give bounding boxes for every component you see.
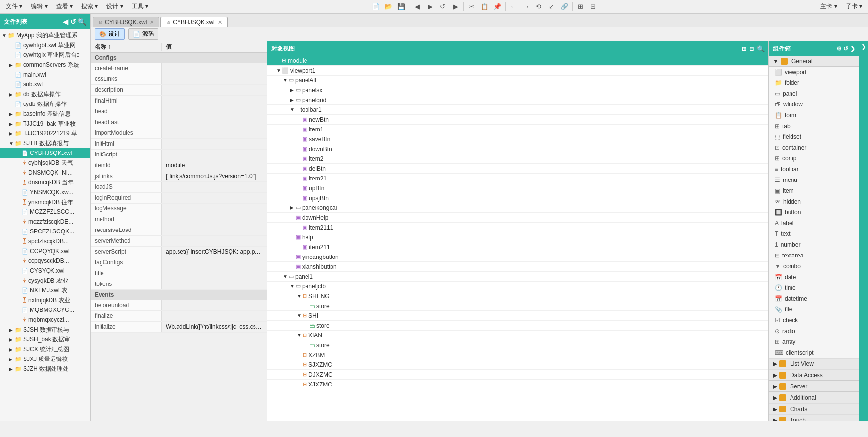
right-item-window[interactable]: 🗗 window: [769, 99, 859, 110]
tree-item-nxtmj[interactable]: 📄 NXTMJ.xwl 农: [0, 285, 90, 295]
right-item-fieldset[interactable]: ⬚ fieldset: [769, 131, 859, 142]
obj-row-store-shi[interactable]: 🗃 store: [267, 321, 768, 331]
right-item-item[interactable]: ▣ item: [769, 185, 859, 196]
tree-item-sub[interactable]: 📄 sub.xwl: [0, 79, 90, 89]
toolbar-arrow-left[interactable]: ←: [508, 1, 519, 13]
right-item-date[interactable]: 📅 date: [769, 272, 859, 283]
toolbar-rotate[interactable]: ⟲: [533, 1, 545, 13]
obj-row-panelsx[interactable]: ▶ ▭ panelsx: [267, 85, 768, 95]
tree-item-nxtmjqkdb[interactable]: 🗄 nxtmjqkDB 农业: [0, 295, 90, 305]
menu-search[interactable]: 搜索 ▾: [77, 1, 102, 12]
menu-file[interactable]: 文件 ▾: [2, 1, 26, 12]
right-item-viewport[interactable]: ⬜ viewport: [769, 67, 859, 77]
toolbar-save[interactable]: 💾: [395, 1, 407, 13]
design-btn[interactable]: 🎨 设计: [95, 28, 125, 40]
props-row-description[interactable]: description: [91, 85, 267, 96]
right-panel-refresh-btn[interactable]: ↺: [843, 45, 848, 52]
props-row-head[interactable]: head: [91, 106, 267, 117]
toolbar-arrow-right[interactable]: →: [520, 1, 532, 13]
obj-row-panel1[interactable]: ▼ ▭ panel1: [267, 272, 768, 282]
props-row-title[interactable]: title: [91, 268, 267, 279]
tree-item-cywhtglx[interactable]: 📄 cywhtglx 草业网后台c: [0, 50, 90, 60]
sidebar-search-btn[interactable]: 🔍: [78, 18, 86, 26]
right-section-charts-header[interactable]: ▶ Charts: [769, 404, 859, 414]
props-row-loginrequired[interactable]: loginRequired: [91, 193, 267, 204]
tree-item-sjsh[interactable]: ▶ 📁 SJSH 数据审核与: [0, 325, 90, 334]
obj-row-item211[interactable]: ▣ item211: [267, 242, 768, 252]
props-row-method[interactable]: method: [91, 214, 267, 225]
toolbar-run[interactable]: ▶: [450, 1, 461, 13]
obj-row-help[interactable]: ▣ help: [267, 232, 768, 242]
right-item-combo[interactable]: ▼ combo: [769, 261, 859, 272]
right-panel-config-btn[interactable]: ⚙: [836, 45, 842, 52]
toolbar-cut[interactable]: ✂: [466, 1, 478, 13]
toolbar-paste[interactable]: 📌: [491, 1, 503, 13]
obj-row-delbtn[interactable]: ▣ delBtn: [267, 164, 768, 174]
right-item-array[interactable]: ⊞ array: [769, 336, 859, 347]
tree-item-ccpqyqk[interactable]: 📄 CCPQYQK.xwl: [0, 246, 90, 256]
toolbar-new[interactable]: 📄: [370, 1, 382, 13]
toolbar-copy[interactable]: 📋: [479, 1, 490, 13]
tree-item-cywhtgbt[interactable]: 📄 cywhtgbt.xwl 草业网: [0, 40, 90, 50]
props-row-inithtml[interactable]: initHtml: [91, 139, 267, 150]
props-row-recursiveload[interactable]: recursiveLoad: [91, 225, 267, 236]
props-row-csslinks[interactable]: cssLinks: [91, 74, 267, 85]
obj-row-xjxzmc[interactable]: ⊞ XJXZMC: [267, 380, 768, 389]
menu-view[interactable]: 查看 ▾: [52, 1, 77, 12]
toolbar-resize[interactable]: ⤢: [546, 1, 558, 13]
right-panel-chevron-btn[interactable]: ❯: [850, 45, 855, 52]
menu-edit[interactable]: 编辑 ▾: [27, 1, 51, 12]
toolbar-nav-left[interactable]: ◀: [411, 1, 423, 13]
tree-item-spcfzlscqk[interactable]: 📄 SPCFZLSCQK...: [0, 227, 90, 236]
tree-item-ynsmcqk[interactable]: 📄 YNSMCQK.xw...: [0, 187, 90, 197]
tree-item-main[interactable]: 📄 main.xwl: [0, 70, 90, 79]
tree-item-myapp[interactable]: ▼ 📁 MyApp 我的草业管理系: [0, 30, 90, 40]
right-item-number[interactable]: 1 number: [769, 239, 859, 250]
props-row-initialize[interactable]: initializeWb.addLink(['/ht/linkcss/tjjc_…: [91, 322, 267, 333]
tree-item-cysyqk[interactable]: 📄 CYSYQK.xwl: [0, 266, 90, 276]
obj-tree-search-btn[interactable]: 🔍: [757, 45, 765, 52]
tree-item-ccpqyscqkdb[interactable]: 🗄 ccpqyscqkDB...: [0, 256, 90, 266]
tree-item-tjjc1920[interactable]: ▶ 📁 TJJC1920221219 草: [0, 129, 90, 138]
props-row-beforeunload[interactable]: beforeunload: [91, 300, 267, 311]
right-item-toolbar[interactable]: ≡ toolbar: [769, 164, 859, 175]
tree-item-cydb[interactable]: 📄 cydb 数据库操作: [0, 99, 90, 109]
obj-tree-collapse-btn[interactable]: ⊟: [749, 46, 754, 52]
right-item-textarea[interactable]: ⊟ textarea: [769, 250, 859, 261]
tree-item-db[interactable]: ▶ 📁 db 数据库操作: [0, 89, 90, 99]
obj-row-store-sheng[interactable]: 🗃 store: [267, 301, 768, 311]
right-section-additional-header[interactable]: ▶ Additional: [769, 392, 859, 403]
right-item-file[interactable]: 📎 file: [769, 304, 859, 315]
tree-item-mczzfzlscqkde[interactable]: 🗄 mczzfzlscqkDE...: [0, 217, 90, 227]
obj-row-djxzmc[interactable]: ⊞ DJXZMC: [267, 370, 768, 380]
props-row-headlast[interactable]: headLast: [91, 117, 267, 128]
right-section-general-header[interactable]: ▼ General: [769, 56, 859, 67]
tree-item-cybhjsqkdb[interactable]: 🗄 cybhjsqkDB 天气: [0, 158, 90, 168]
tab-cybhjsqk-1[interactable]: 🖥 CYBHJSQK.xwl ✕: [93, 17, 159, 27]
props-row-initscript[interactable]: initScript: [91, 150, 267, 160]
props-row-tagconfigs[interactable]: tagConfigs: [91, 257, 267, 268]
source-btn[interactable]: 📄 源码: [128, 28, 158, 40]
obj-row-item2[interactable]: ▣ item2: [267, 154, 768, 164]
obj-row-viewport1[interactable]: ▼ ⬜ viewport1: [267, 66, 768, 76]
tree-item-sjxj[interactable]: ▶ 📁 SJXJ 质量逻辑校: [0, 354, 90, 364]
obj-row-newbtn[interactable]: ▣ newBtn: [267, 115, 768, 125]
props-row-jslinks[interactable]: jsLinks["linkjs/commonJs.js?version=1.0"…: [91, 171, 267, 182]
right-section-server-header[interactable]: ▶ Server: [769, 381, 859, 392]
right-item-datetime[interactable]: 📅 datetime: [769, 293, 859, 304]
obj-row-xzbm[interactable]: ⊞ XZBM: [267, 350, 768, 360]
right-item-tab[interactable]: ⊞ tab: [769, 121, 859, 131]
menu-tools[interactable]: 工具 ▾: [128, 1, 152, 12]
right-item-comp[interactable]: ⊞ comp: [769, 153, 859, 164]
obj-row-panelkongbai[interactable]: ▶ ▭ panelkongbai: [267, 203, 768, 213]
toolbar-grid[interactable]: ⊞: [575, 1, 587, 13]
obj-row-xian[interactable]: ▼ ⊞ XIAN: [267, 331, 768, 340]
props-row-tokens[interactable]: tokens: [91, 279, 267, 290]
tree-item-sjzh[interactable]: ▶ 📁 SJZH 数据处理处: [0, 364, 90, 374]
obj-row-module[interactable]: ⊞ module: [267, 56, 768, 66]
obj-row-savebtn[interactable]: ▣ saveBtn: [267, 134, 768, 144]
tree-item-mqbmqxcyc[interactable]: 📄 MQBMQXCYC...: [0, 305, 90, 315]
obj-row-xianshibutton[interactable]: ▣ xianshibutton: [267, 262, 768, 272]
obj-row-item1[interactable]: ▣ item1: [267, 125, 768, 134]
props-row-finalize[interactable]: finalize: [91, 311, 267, 322]
